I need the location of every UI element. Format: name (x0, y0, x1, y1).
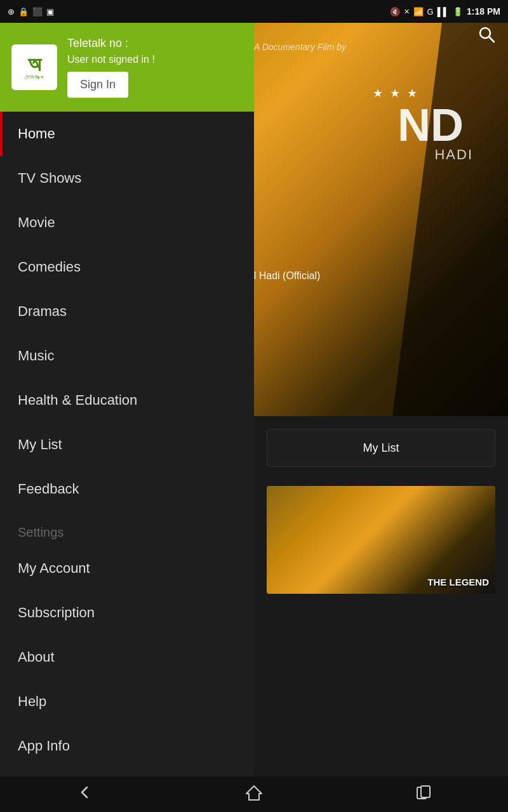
sidebar-item-health-education[interactable]: Health & Education (0, 378, 254, 422)
subscription-label: Subscription (18, 605, 95, 621)
header-info: Teletalk no : User not signed in ! Sign … (67, 37, 155, 98)
music-label: Music (18, 348, 54, 364)
status-bar: ⊕ 🔒 ⬛ ▣ 🔇 ✕ 📶 G ▌▌ 🔋 1:18 PM (0, 0, 508, 23)
teletalk-label: Teletalk no : (67, 37, 155, 50)
help-label: Help (18, 693, 46, 710)
signal-icon: ▌▌ (438, 7, 449, 16)
logo-letter: অ (28, 54, 41, 74)
sidebar-item-tv-shows[interactable]: TV Shows (0, 156, 254, 200)
comedies-label: Comedies (18, 259, 81, 275)
video-stars: ★ ★ ★ (373, 86, 419, 100)
lock-icon: 🔒 (18, 7, 29, 16)
sidebar-item-help[interactable]: Help (0, 679, 254, 724)
svg-line-1 (489, 37, 494, 42)
sidebar-item-about[interactable]: About (0, 635, 254, 679)
logo-subtext: টেলিমিক্স (25, 74, 44, 81)
settings-section-label: Settings (0, 511, 254, 546)
sidebar-item-app-info[interactable]: App Info (0, 724, 254, 768)
tv-shows-label: TV Shows (18, 170, 81, 187)
battery-icon: 🔋 (453, 7, 463, 16)
video-title: ND (398, 99, 464, 151)
thumbnail-area[interactable]: THE LEGEND (267, 486, 495, 594)
sidebar: অ টেলিমিক্স Teletalk no : User not signe… (0, 23, 254, 776)
status-right-icons: 🔇 ✕ 📶 G ▌▌ 🔋 1:18 PM (390, 6, 500, 16)
about-label: About (18, 649, 55, 665)
movie-label: Movie (18, 214, 55, 231)
app-info-label: App Info (18, 738, 70, 754)
sidebar-item-comedies[interactable]: Comedies (0, 245, 254, 289)
thumbnail-title: THE LEGEND (427, 577, 489, 587)
clock: 1:18 PM (467, 6, 500, 16)
sidebar-item-music[interactable]: Music (0, 334, 254, 378)
my-list-label: My List (363, 442, 399, 455)
sidebar-nav: Home TV Shows Movie Comedies Dramas Musi… (0, 112, 254, 776)
app-logo: অ টেলিমিক্স (11, 44, 57, 90)
status-left-icons: ⊕ 🔒 ⬛ ▣ (8, 7, 54, 16)
health-education-label: Health & Education (18, 392, 137, 409)
recents-button[interactable] (402, 778, 445, 810)
my-list-button[interactable]: My List (267, 429, 495, 467)
video-overlay-text: A Documentary Film by (254, 42, 346, 52)
sidebar-item-home[interactable]: Home (0, 112, 254, 156)
sidebar-item-my-account[interactable]: My Account (0, 546, 254, 591)
search-button[interactable] (478, 25, 495, 47)
back-button[interactable] (63, 778, 106, 810)
dramas-label: Dramas (18, 303, 67, 320)
video-title-hadi: HADI (434, 147, 473, 163)
network-g-icon: G (427, 7, 434, 16)
battery-icon-left: ▣ (46, 7, 54, 16)
wifi-icon: 📶 (413, 7, 424, 16)
screenshot-icon: ⬛ (32, 7, 43, 16)
x-icon: ✕ (404, 8, 410, 16)
user-status: User not signed in ! (67, 54, 155, 65)
sidebar-item-dramas[interactable]: Dramas (0, 289, 254, 334)
sidebar-item-my-list[interactable]: My List (0, 422, 254, 467)
my-account-label: My Account (18, 560, 90, 577)
sign-in-button[interactable]: Sign In (67, 72, 128, 98)
sidebar-item-movie[interactable]: Movie (0, 200, 254, 245)
home-button[interactable] (232, 778, 276, 810)
bottom-nav (0, 776, 508, 812)
feedback-label: Feedback (18, 481, 79, 497)
sidebar-item-subscription[interactable]: Subscription (0, 591, 254, 635)
svg-marker-2 (246, 786, 262, 800)
mute-icon: 🔇 (390, 7, 400, 16)
home-label: Home (18, 126, 55, 142)
bt-icon: ⊕ (8, 7, 15, 16)
svg-rect-4 (421, 786, 430, 797)
sidebar-item-feedback[interactable]: Feedback (0, 467, 254, 511)
my-list-nav-label: My List (18, 436, 62, 453)
sidebar-header: অ টেলিমিক্স Teletalk no : User not signe… (0, 23, 254, 112)
silhouette-overlay (343, 23, 508, 416)
